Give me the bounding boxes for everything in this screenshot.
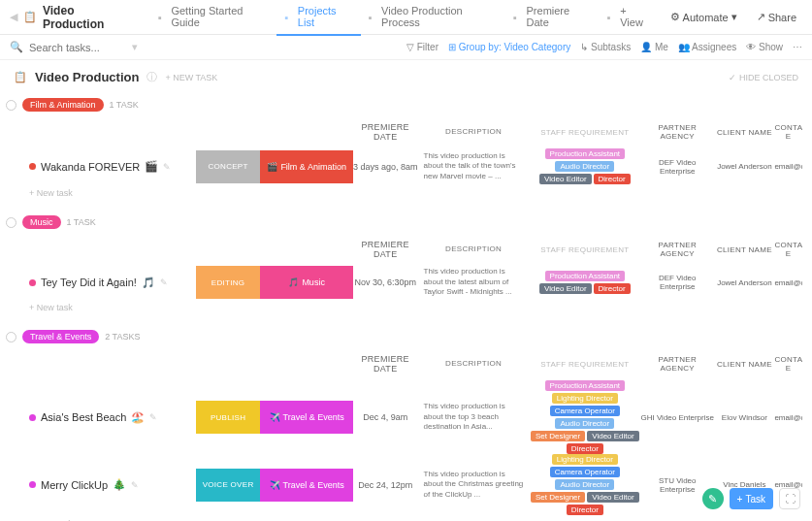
searchbar: 🔍 ▾ ▽ Filter ⊞ Group by: Video Category …	[0, 35, 812, 60]
desc-cell: This video production is about the talk …	[418, 151, 530, 181]
back-icon[interactable]: ◀	[10, 11, 17, 23]
staff-tag: Set Designer	[531, 492, 585, 503]
info-icon[interactable]: ⓘ	[146, 70, 157, 84]
staff-tag: Audio Director	[555, 418, 614, 429]
task-name: Asia's Best Beach	[41, 411, 126, 423]
staff-tag: Audio Director	[555, 161, 614, 172]
category-cell[interactable]: 🎵Music	[260, 266, 352, 299]
group-count: 2 TASKS	[105, 332, 140, 342]
desc-cell: This video production is about the Chris…	[418, 470, 530, 500]
edit-icon[interactable]: ✎	[160, 277, 168, 287]
agency-cell: GHI Video Enterprise	[640, 413, 714, 422]
group-badge[interactable]: Travel & Events	[22, 330, 99, 343]
group-badge[interactable]: Music	[22, 215, 61, 229]
task-name: Wakanda FOREVER	[41, 161, 140, 173]
task-name: Tey Tey Did it Again!	[41, 277, 137, 288]
edit-icon[interactable]: ✎	[163, 162, 171, 172]
group: Film & Animation1 TASKSTATUSVIDEO CATEGO…	[0, 94, 812, 202]
contact-cell: email@cl	[774, 278, 802, 287]
fab-record-button[interactable]: ✎	[702, 488, 724, 509]
status-dot	[29, 481, 36, 488]
client-cell: Elov Windsor	[714, 413, 774, 422]
group-badge[interactable]: Film & Animation	[22, 98, 104, 112]
fab-task-button[interactable]: + Task	[730, 488, 773, 509]
date-cell[interactable]: Dec 4, 9am	[353, 412, 418, 422]
new-task-inline[interactable]: + New task	[0, 184, 812, 202]
task-emoji: 🎬	[145, 160, 158, 173]
task-row[interactable]: Tey Tey Did it Again!🎵✎EDITING🎵MusicNov …	[0, 266, 812, 299]
category-cell[interactable]: ✈️Travel & Events	[260, 401, 352, 434]
contact-cell: email@cl	[774, 413, 802, 422]
edit-icon[interactable]: ✎	[131, 480, 139, 490]
staff-tag: Camera Operator	[550, 467, 620, 477]
staff-tag: Video Editor	[539, 174, 591, 184]
more-icon[interactable]: ⋯	[793, 42, 802, 52]
staff-cell: Production AssistantVideo EditorDirector	[530, 271, 640, 294]
agency-cell: DEF Video Enterprise	[640, 274, 714, 291]
task-emoji: 🎄	[113, 478, 126, 491]
page-title: Video Production	[43, 4, 135, 31]
staff-tag: Lighting Director	[552, 393, 618, 404]
tab-video-production-process[interactable]: ▪Video Production Process	[361, 0, 505, 36]
search-input[interactable]	[29, 42, 126, 53]
staff-tag: Video Editor	[587, 492, 638, 503]
task-row[interactable]: Merry ClickUp🎄✎VOICE OVER✈️Travel & Even…	[0, 454, 812, 515]
staff-tag: Lighting Director	[552, 454, 618, 465]
new-task-inline[interactable]: + New task	[0, 299, 812, 316]
group: Travel & Events2 TASKSSTATUSVIDEO CATEGO…	[0, 326, 812, 521]
status-cell[interactable]: EDITING	[196, 266, 261, 299]
fab-container: ✎ + Task ⛶	[702, 488, 800, 509]
group-button[interactable]: ⊞ Group by: Video Category	[448, 42, 570, 52]
contact-cell: email@cl	[774, 162, 802, 171]
group-count: 1 TASK	[67, 217, 96, 227]
collapse-icon[interactable]	[6, 217, 16, 228]
client-cell: Jowel Anderson	[714, 278, 774, 287]
staff-tag: Director	[594, 174, 631, 184]
staff-tag: Audio Director	[555, 479, 614, 490]
staff-tag: Director	[567, 443, 603, 454]
status-cell[interactable]: PUBLISH	[196, 401, 261, 434]
show-button[interactable]: 👁 Show	[746, 42, 783, 52]
list-icon: 📋	[14, 71, 27, 83]
staff-cell: Production AssistantAudio DirectorVideo …	[530, 148, 640, 184]
subtasks-button[interactable]: ↳ Subtasks	[580, 42, 631, 52]
client-cell: Jowel Anderson	[714, 162, 774, 171]
new-task-inline[interactable]: + New task	[0, 515, 812, 521]
collapse-icon[interactable]	[6, 332, 16, 342]
tab-getting-started-guide[interactable]: ▪Getting Started Guide	[150, 0, 276, 36]
category-cell[interactable]: 🎬Film & Animation	[260, 150, 352, 183]
staff-cell: Lighting DirectorCamera OperatorAudio Di…	[530, 454, 640, 515]
task-name: Merry ClickUp	[41, 479, 108, 491]
topbar: ◀ 📋 Video Production ▪Getting Started Gu…	[0, 0, 812, 35]
staff-tag: Camera Operator	[550, 406, 620, 416]
new-task-button[interactable]: + NEW TASK	[165, 73, 217, 82]
me-button[interactable]: 👤 Me	[640, 42, 668, 52]
tab-projects-list[interactable]: ▪Projects List	[276, 0, 360, 36]
collapse-icon[interactable]	[6, 100, 16, 111]
share-button[interactable]: ↗ Share	[751, 8, 802, 26]
category-cell[interactable]: ✈️Travel & Events	[260, 469, 352, 502]
status-cell[interactable]: VOICE OVER	[196, 469, 261, 502]
assignees-button[interactable]: 👥 Assignees	[678, 42, 736, 52]
task-row[interactable]: Wakanda FOREVER🎬✎CONCEPT🎬Film & Animatio…	[0, 148, 812, 184]
status-cell[interactable]: CONCEPT	[196, 150, 261, 183]
list-header: 📋 Video Production ⓘ + NEW TASK ✓ HIDE C…	[0, 60, 812, 94]
edit-icon[interactable]: ✎	[149, 412, 157, 422]
folder-icon: 📋	[23, 11, 37, 23]
tab-premiere-date[interactable]: ▪Premiere Date	[505, 0, 600, 36]
staff-tag: Video Editor	[539, 283, 591, 294]
tab--view[interactable]: ▪+ View	[600, 0, 659, 36]
date-cell[interactable]: Dec 24, 12pm	[353, 480, 418, 490]
date-cell[interactable]: 3 days ago, 8am	[353, 162, 418, 172]
date-cell[interactable]: Nov 30, 6:30pm	[353, 277, 418, 287]
hide-closed-button[interactable]: ✓ HIDE CLOSED	[729, 73, 798, 82]
task-emoji: 🏖️	[131, 411, 145, 424]
staff-tag: Production Assistant	[545, 148, 625, 159]
chevron-down-icon[interactable]: ▾	[132, 41, 138, 53]
task-row[interactable]: Asia's Best Beach🏖️✎PUBLISH✈️Travel & Ev…	[0, 380, 812, 454]
fab-expand-button[interactable]: ⛶	[779, 488, 800, 509]
filter-button[interactable]: ▽ Filter	[406, 42, 438, 52]
automate-button[interactable]: ⚙ Automate ▾	[665, 8, 743, 26]
status-dot	[29, 279, 36, 286]
group-count: 1 TASK	[110, 100, 139, 110]
